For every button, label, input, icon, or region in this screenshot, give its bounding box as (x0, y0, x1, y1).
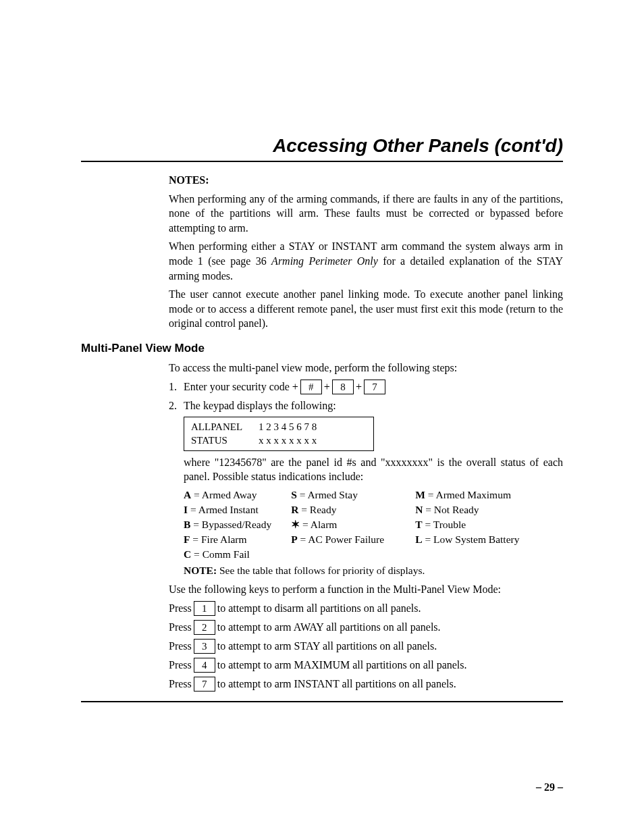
keycap-8: 8 (332, 380, 354, 394)
status-val-I: = Armed Instant (188, 504, 259, 515)
press-line-1: Press 1 to attempt to disarm all partiti… (169, 601, 563, 616)
status-key-N: N (415, 504, 423, 515)
press-3-post: to attempt to arm STAY all partitions on… (217, 639, 437, 654)
note-paragraph-2: When performing either a STAY or INSTANT… (169, 239, 563, 283)
status-key-A: A (184, 489, 191, 500)
status-val-B: = Bypassed/Ready (190, 519, 271, 530)
page-number: – 29 – (536, 781, 563, 793)
keycap-3: 3 (194, 639, 215, 654)
step-2: 2. The keypad displays the following: (169, 398, 563, 413)
step-1-plus-2: + (356, 380, 362, 394)
use-keys-text: Use the following keys to perform a func… (169, 582, 563, 597)
status-legend: A = Armed Away S = Armed Stay M = Armed … (184, 488, 563, 562)
display-line1-value: 1 2 3 4 5 6 7 8 (259, 420, 317, 434)
status-val-F: = Fire Alarm (190, 533, 246, 545)
bottom-rule (81, 701, 563, 702)
press-1-pre: Press (169, 601, 192, 616)
notes-heading: NOTES: (169, 173, 563, 188)
status-key-C: C (184, 548, 191, 560)
status-row-4: F = Fire Alarm P = AC Power Failure L = … (184, 533, 563, 547)
note-para2-em: Arming Perimeter Only (271, 255, 378, 267)
press-line-4: Press 4 to attempt to arm MAXIMUM all pa… (169, 658, 563, 673)
status-key-M: M (415, 489, 425, 500)
keypad-display: ALLPANEL 1 2 3 4 5 6 7 8 STATUS x x x x … (184, 417, 374, 451)
status-key-L: L (415, 533, 422, 545)
keycap-4: 4 (194, 658, 215, 673)
step-2-number: 2. (169, 398, 184, 413)
status-key-B: B (184, 519, 190, 530)
status-row-1: A = Armed Away S = Armed Stay M = Armed … (184, 488, 563, 502)
press-5-post: to attempt to arm INSTANT all partitions… (217, 677, 456, 692)
press-line-3: Press 3 to attempt to arm STAY all parti… (169, 639, 563, 654)
press-1-post: to attempt to disarm all partitions on a… (217, 601, 421, 616)
status-key-T: T (415, 519, 422, 530)
display-line1-label: ALLPANEL (191, 420, 259, 434)
status-row-3: B = Bypassed/Ready ✶ = Alarm T = Trouble (184, 518, 563, 532)
step-1-number: 1. (169, 380, 184, 394)
status-key-S: S (291, 489, 297, 500)
status-key-P: P (291, 533, 297, 545)
step-1: 1. Enter your security code + # + 8 + 7 (169, 380, 563, 394)
keycap-hash: # (300, 380, 322, 394)
status-val-T: = Trouble (423, 519, 466, 530)
note-paragraph-3: The user cannot execute another panel li… (169, 287, 563, 331)
note-priority-text: See the table that follows for priority … (217, 565, 425, 576)
note-priority: NOTE: See the table that follows for pri… (184, 564, 563, 578)
status-key-R: R (291, 504, 298, 515)
status-key-star: ✶ (291, 519, 300, 530)
intro-text: To access the multi-panel view mode, per… (169, 361, 563, 375)
page-title: Accessing Other Panels (cont'd) (81, 135, 563, 157)
status-val-P: = AC Power Failure (298, 533, 384, 545)
press-3-pre: Press (169, 639, 192, 654)
status-val-star: = Alarm (300, 519, 337, 530)
status-val-S: = Armed Stay (297, 489, 358, 500)
status-row-2: I = Armed Instant R = Ready N = Not Read… (184, 503, 563, 517)
status-val-L: = Low System Battery (423, 533, 520, 545)
step-1-text-a: Enter your security code + (184, 380, 298, 394)
status-val-R: = Ready (298, 504, 336, 515)
keycap-1: 1 (194, 601, 215, 616)
keycap-7: 7 (364, 380, 385, 394)
press-4-post: to attempt to arm MAXIMUM all partitions… (217, 658, 467, 673)
step-1-plus-1: + (324, 380, 330, 394)
status-row-5: C = Comm Fail (184, 548, 563, 562)
title-rule (81, 161, 563, 162)
press-line-5: Press 7 to attempt to arm INSTANT all pa… (169, 677, 563, 692)
status-val-N: = Not Ready (423, 504, 479, 515)
step-2-text: The keypad displays the following: (184, 398, 336, 413)
note-paragraph-1: When performing any of the arming comman… (169, 192, 563, 236)
note-priority-label: NOTE: (184, 565, 217, 576)
press-5-pre: Press (169, 677, 192, 692)
press-2-pre: Press (169, 620, 192, 635)
status-val-M: = Armed Maximum (425, 489, 511, 500)
status-val-A: = Armed Away (191, 489, 257, 500)
press-2-post: to attempt to arm AWAY all partitions on… (217, 620, 441, 635)
press-4-pre: Press (169, 658, 192, 673)
press-line-2: Press 2 to attempt to arm AWAY all parti… (169, 620, 563, 635)
status-val-C: = Comm Fail (191, 548, 250, 560)
section-heading-multi-panel: Multi-Panel View Mode (81, 342, 563, 355)
keycap-7b: 7 (194, 677, 215, 692)
display-line2-label: STATUS (191, 434, 259, 447)
keycap-2: 2 (194, 620, 215, 635)
where-text: where "12345678" are the panel id #s and… (184, 455, 563, 484)
display-line2-value: x x x x x x x x (259, 434, 317, 447)
